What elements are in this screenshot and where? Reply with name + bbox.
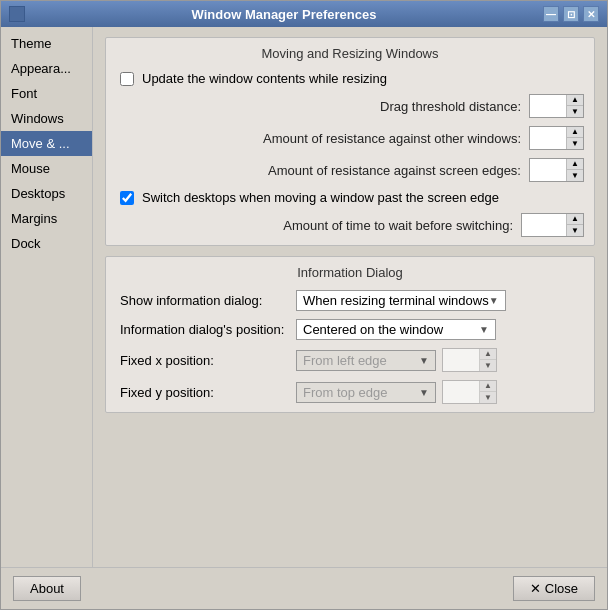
- sidebar-item-move[interactable]: Move & ...: [1, 131, 92, 156]
- info-section: Information Dialog Show information dial…: [105, 256, 595, 413]
- close-button[interactable]: ✕: [583, 6, 599, 22]
- fixed-y-spinner-buttons: ▲ ▼: [479, 381, 496, 403]
- drag-threshold-spinner-buttons: ▲ ▼: [566, 95, 583, 117]
- dialog-position-row: Information dialog's position: Centered …: [116, 319, 584, 340]
- maximize-button[interactable]: ⊡: [563, 6, 579, 22]
- fixed-y-from-dropdown[interactable]: From top edge ▼: [296, 382, 436, 403]
- update-checkbox-label: Update the window contents while resizin…: [142, 71, 387, 86]
- wait-before-spinner-buttons: ▲ ▼: [566, 214, 583, 236]
- dialog-position-selected: Centered on the window: [303, 322, 479, 337]
- show-dialog-selected: When resizing terminal windows: [303, 293, 489, 308]
- resistance-edges-input[interactable]: 20: [530, 161, 566, 180]
- switch-desktops-checkbox[interactable]: [120, 191, 134, 205]
- fixed-x-spinner-buttons: ▲ ▼: [479, 349, 496, 371]
- window-icon: [9, 6, 25, 22]
- resistance-edges-label: Amount of resistance against screen edge…: [116, 163, 529, 178]
- resistance-windows-spinner[interactable]: 10 ▲ ▼: [529, 126, 584, 150]
- close-button-footer[interactable]: ✕ Close: [513, 576, 595, 601]
- resistance-windows-spinner-buttons: ▲ ▼: [566, 127, 583, 149]
- wait-before-label: Amount of time to wait before switching:: [116, 218, 521, 233]
- switch-desktops-label: Switch desktops when moving a window pas…: [142, 190, 499, 205]
- resistance-edges-row: Amount of resistance against screen edge…: [116, 158, 584, 182]
- about-button[interactable]: About: [13, 576, 81, 601]
- sidebar: Theme Appeara... Font Windows Move & ...…: [1, 27, 93, 567]
- info-section-title: Information Dialog: [116, 265, 584, 280]
- fixed-x-down[interactable]: ▼: [480, 360, 496, 371]
- fixed-y-row: Fixed y position: From top edge ▼ 10 ▲ ▼: [116, 380, 584, 404]
- fixed-x-row: Fixed x position: From left edge ▼ 10 ▲ …: [116, 348, 584, 372]
- dialog-position-dropdown[interactable]: Centered on the window ▼: [296, 319, 496, 340]
- fixed-x-controls: From left edge ▼ 10 ▲ ▼: [296, 348, 497, 372]
- minimize-button[interactable]: —: [543, 6, 559, 22]
- fixed-y-up[interactable]: ▲: [480, 381, 496, 392]
- titlebar-controls: — ⊡ ✕: [543, 6, 599, 22]
- sidebar-item-margins[interactable]: Margins: [1, 206, 92, 231]
- fixed-x-label: Fixed x position:: [116, 353, 296, 368]
- resistance-edges-up[interactable]: ▲: [567, 159, 583, 170]
- fixed-y-input[interactable]: 10: [443, 383, 479, 402]
- switch-desktops-row: Switch desktops when moving a window pas…: [116, 190, 584, 205]
- resistance-edges-spinner-buttons: ▲ ▼: [566, 159, 583, 181]
- drag-threshold-input[interactable]: 8: [530, 97, 566, 116]
- fixed-x-from-arrow: ▼: [419, 355, 429, 366]
- sidebar-item-font[interactable]: Font: [1, 81, 92, 106]
- footer: About ✕ Close: [1, 567, 607, 609]
- moving-section: Moving and Resizing Windows Update the w…: [105, 37, 595, 246]
- dialog-position-arrow: ▼: [479, 324, 489, 335]
- sidebar-item-dock[interactable]: Dock: [1, 231, 92, 256]
- wait-before-row: Amount of time to wait before switching:…: [116, 213, 584, 237]
- dialog-position-label: Information dialog's position:: [116, 322, 296, 337]
- wait-before-spinner[interactable]: 400 ▲ ▼: [521, 213, 584, 237]
- drag-threshold-spinner[interactable]: 8 ▲ ▼: [529, 94, 584, 118]
- fixed-x-from-dropdown[interactable]: From left edge ▼: [296, 350, 436, 371]
- fixed-y-from-arrow: ▼: [419, 387, 429, 398]
- fixed-y-label: Fixed y position:: [116, 385, 296, 400]
- resistance-edges-spinner[interactable]: 20 ▲ ▼: [529, 158, 584, 182]
- update-checkbox[interactable]: [120, 72, 134, 86]
- show-dialog-row: Show information dialog: When resizing t…: [116, 290, 584, 311]
- drag-threshold-row: Drag threshold distance: 8 ▲ ▼: [116, 94, 584, 118]
- titlebar: Window Manager Preferences — ⊡ ✕: [1, 1, 607, 27]
- resistance-windows-up[interactable]: ▲: [567, 127, 583, 138]
- wait-before-input[interactable]: 400: [522, 216, 566, 235]
- fixed-y-down[interactable]: ▼: [480, 392, 496, 403]
- fixed-x-spinner[interactable]: 10 ▲ ▼: [442, 348, 497, 372]
- update-checkbox-row: Update the window contents while resizin…: [116, 71, 584, 86]
- show-dialog-label: Show information dialog:: [116, 293, 296, 308]
- sidebar-item-mouse[interactable]: Mouse: [1, 156, 92, 181]
- content-area: Theme Appeara... Font Windows Move & ...…: [1, 27, 607, 567]
- close-icon: ✕: [530, 581, 541, 596]
- resistance-windows-label: Amount of resistance against other windo…: [116, 131, 529, 146]
- moving-section-title: Moving and Resizing Windows: [116, 46, 584, 61]
- fixed-x-input[interactable]: 10: [443, 351, 479, 370]
- sidebar-item-appearance[interactable]: Appeara...: [1, 56, 92, 81]
- resistance-windows-row: Amount of resistance against other windo…: [116, 126, 584, 150]
- resistance-edges-down[interactable]: ▼: [567, 170, 583, 181]
- drag-threshold-label: Drag threshold distance:: [116, 99, 529, 114]
- resistance-windows-down[interactable]: ▼: [567, 138, 583, 149]
- wait-before-up[interactable]: ▲: [567, 214, 583, 225]
- main-content: Moving and Resizing Windows Update the w…: [93, 27, 607, 567]
- fixed-x-up[interactable]: ▲: [480, 349, 496, 360]
- fixed-x-from-selected: From left edge: [303, 353, 419, 368]
- close-label: Close: [545, 581, 578, 596]
- fixed-y-from-selected: From top edge: [303, 385, 419, 400]
- main-window: Window Manager Preferences — ⊡ ✕ Theme A…: [0, 0, 608, 610]
- fixed-y-spinner[interactable]: 10 ▲ ▼: [442, 380, 497, 404]
- window-title: Window Manager Preferences: [25, 7, 543, 22]
- wait-before-down[interactable]: ▼: [567, 225, 583, 236]
- sidebar-item-desktops[interactable]: Desktops: [1, 181, 92, 206]
- sidebar-item-windows[interactable]: Windows: [1, 106, 92, 131]
- fixed-y-controls: From top edge ▼ 10 ▲ ▼: [296, 380, 497, 404]
- sidebar-item-theme[interactable]: Theme: [1, 31, 92, 56]
- show-dialog-arrow: ▼: [489, 295, 499, 306]
- drag-threshold-down[interactable]: ▼: [567, 106, 583, 117]
- show-dialog-dropdown[interactable]: When resizing terminal windows ▼: [296, 290, 506, 311]
- drag-threshold-up[interactable]: ▲: [567, 95, 583, 106]
- resistance-windows-input[interactable]: 10: [530, 129, 566, 148]
